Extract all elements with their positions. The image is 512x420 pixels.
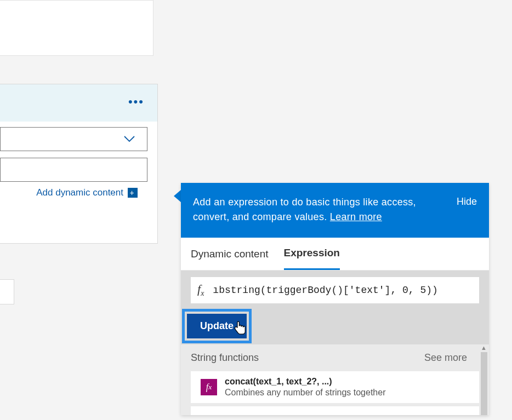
update-button[interactable]: Update — [187, 314, 247, 338]
more-menu-icon[interactable]: ••• — [128, 100, 144, 104]
function-description: Combines any number of strings together — [225, 388, 385, 398]
action-dropdown-field[interactable] — [0, 127, 147, 151]
fx-badge-icon: fx — [201, 379, 217, 395]
tab-dynamic-content[interactable]: Dynamic content — [191, 238, 269, 270]
scroll-up-icon[interactable]: ▲ — [481, 344, 487, 351]
function-item-partial[interactable] — [191, 406, 479, 415]
card-fragment — [0, 279, 14, 304]
expression-input[interactable]: fx ıbstring(triggerBody()['text'], 0, 5)… — [191, 277, 479, 303]
action-card-partial: ••• Add dynamic content + — [0, 84, 158, 244]
function-category-title: String functions — [191, 352, 259, 364]
update-button-row: Update — [181, 308, 489, 344]
panel-header: Add an expression to do basic things lik… — [181, 183, 489, 238]
panel-tabs: Dynamic content Expression — [181, 238, 489, 271]
fx-icon: fx — [197, 282, 204, 298]
see-more-link[interactable]: See more — [424, 352, 467, 364]
trigger-card-partial — [0, 0, 153, 56]
action-card-header[interactable]: ••• — [0, 84, 157, 122]
action-text-field[interactable] — [0, 158, 147, 182]
hide-button[interactable]: Hide — [457, 195, 477, 225]
expression-input-value: ıbstring(triggerBody()['text'], 0, 5)) — [213, 285, 437, 296]
chevron-down-icon — [124, 134, 135, 145]
expression-panel: Add an expression to do basic things lik… — [181, 183, 489, 415]
learn-more-link[interactable]: Learn more — [330, 211, 382, 222]
function-item-concat[interactable]: fx concat(text_1, text_2?, ...) Combines… — [191, 371, 479, 403]
panel-header-message: Add an expression to do basic things lik… — [193, 197, 416, 222]
update-button-highlight: Update — [182, 309, 252, 343]
function-list: ▲ String functions See more fx concat(te… — [181, 344, 489, 415]
plus-icon[interactable]: + — [128, 188, 138, 198]
callout-tail — [174, 189, 181, 203]
scrollbar-track[interactable] — [481, 352, 487, 415]
add-dynamic-content-link[interactable]: Add dynamic content — [36, 187, 123, 198]
function-signature: concat(text_1, text_2?, ...) — [225, 377, 385, 387]
expression-editor-area: fx ıbstring(triggerBody()['text'], 0, 5)… — [181, 271, 489, 308]
function-category-row: String functions See more — [181, 344, 489, 371]
tab-expression[interactable]: Expression — [284, 238, 340, 270]
